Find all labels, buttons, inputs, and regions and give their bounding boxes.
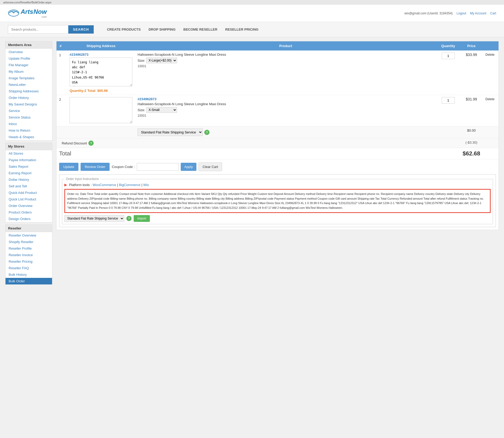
instructions-legend: Order Input Instructions bbox=[64, 177, 100, 181]
sidebar-item-reseller-overview[interactable]: Reseller Overview bbox=[5, 232, 52, 239]
update-button[interactable]: Update bbox=[59, 163, 78, 171]
sidebar-item-reseller-profile[interactable]: Reseller Profile bbox=[5, 245, 52, 252]
delete-button-1[interactable]: Delete bbox=[485, 53, 495, 57]
apply-button[interactable]: Apply bbox=[181, 163, 197, 171]
my-account-link[interactable]: My Account bbox=[470, 12, 486, 15]
instructions-box: Order Input Instructions ▶ Platform tool… bbox=[59, 174, 496, 227]
sidebar-item-image-templates[interactable]: Image Templates bbox=[5, 75, 52, 81]
sidebar-item-quick-add-product[interactable]: Quick Add Product bbox=[5, 189, 52, 196]
shipping-help-icon[interactable]: ? bbox=[204, 130, 209, 135]
sidebar-item-bulk-history[interactable]: Bulk History bbox=[5, 271, 52, 278]
review-order-button[interactable]: Review Order bbox=[81, 163, 110, 171]
col-header-qty: Quantity bbox=[437, 41, 460, 50]
qty-input-2[interactable] bbox=[442, 97, 455, 104]
sidebar-item-order-overview[interactable]: Order Overview bbox=[5, 203, 52, 209]
sidebar-item-order-history[interactable]: Order History bbox=[5, 94, 52, 101]
sidebar: Members Area Overview Update Profile Fil… bbox=[5, 41, 52, 287]
sidebar-item-newsletter[interactable]: NewsLetter bbox=[5, 81, 52, 88]
logo-arts: Arts bbox=[21, 8, 33, 15]
sidebar-item-file-manager[interactable]: File Manager bbox=[5, 62, 52, 68]
sidebar-item-all-stores[interactable]: All Stores bbox=[5, 150, 52, 157]
sidebar-item-service[interactable]: Service bbox=[5, 108, 52, 114]
nav-reseller-pricing[interactable]: RESELLER PRICING bbox=[225, 27, 258, 31]
total-amount: $62.68 bbox=[460, 148, 483, 159]
sidebar-item-service-status[interactable]: Service Status bbox=[5, 114, 52, 121]
bottom-bar: Standard Flat Rate Shipping Service ? Im… bbox=[64, 215, 491, 222]
sidebar-item-product-orders[interactable]: Product Orders bbox=[5, 209, 52, 216]
quantity-total: Quantity:2 Total: $65.98 bbox=[70, 89, 132, 93]
wix-link[interactable]: Wix bbox=[143, 183, 149, 187]
sidebar-reseller-title: Reseller bbox=[5, 225, 52, 232]
order-num-2[interactable]: #234962873 bbox=[138, 97, 434, 101]
sidebar-item-reseller-pricing[interactable]: Reseller Pricing bbox=[5, 258, 52, 265]
bottom-help-icon[interactable]: ? bbox=[126, 216, 132, 221]
row1-product-cell: Halloween-Scrapbook-N Long Sleeve Longli… bbox=[135, 50, 437, 95]
address-input-2[interactable] bbox=[70, 97, 132, 123]
woocommerce-link[interactable]: WooCommerce bbox=[93, 183, 116, 187]
sidebar-item-heads-shapes[interactable]: Heads & Shapes bbox=[5, 134, 52, 140]
cart-link[interactable]: Cart bbox=[490, 12, 496, 15]
logout-link[interactable]: Logout bbox=[457, 12, 466, 15]
sidebar-item-my-album[interactable]: My Album bbox=[5, 68, 52, 75]
qty-input-1[interactable] bbox=[442, 53, 455, 59]
search-input-wrap: SEARCH bbox=[8, 25, 94, 34]
header: Arts Now .com wix@gmail.com (UserId: 319… bbox=[0, 5, 504, 22]
total-row: Total $62.68 bbox=[56, 148, 499, 159]
coupon-label: Coupon Code : bbox=[112, 165, 134, 169]
col-header-action bbox=[483, 41, 499, 50]
search-input[interactable] bbox=[8, 25, 68, 33]
sidebar-item-how-to-return[interactable]: How to Return bbox=[5, 127, 52, 134]
sidebar-item-reseller-invoice[interactable]: Reseller Invoice bbox=[5, 252, 52, 258]
row2-qty-cell bbox=[437, 95, 460, 126]
row2-delete: Delete bbox=[483, 95, 499, 126]
sidebar-item-sales-report[interactable]: Sales Report bbox=[5, 163, 52, 170]
sidebar-item-reseller-faq[interactable]: Reseller FAQ bbox=[5, 265, 52, 271]
sidebar-item-design-orders[interactable]: Design Orders bbox=[5, 216, 52, 222]
size-select-1[interactable]: X-Large(+$2.00) X-Small Small Medium Lar… bbox=[146, 58, 177, 63]
refund-help-icon[interactable]: ? bbox=[88, 141, 94, 146]
sidebar-item-inbox[interactable]: Inbox bbox=[5, 121, 52, 127]
row2-price: $31.99 bbox=[460, 95, 483, 126]
clear-cart-button[interactable]: Clear Cart bbox=[199, 162, 222, 171]
sidebar-item-overview[interactable]: Overview bbox=[5, 49, 52, 55]
nav-become-reseller[interactable]: BECOME RESELLER bbox=[183, 27, 217, 31]
total-label: Total bbox=[59, 150, 71, 157]
sidebar-item-payee-info[interactable]: Payee Information bbox=[5, 157, 52, 163]
sidebar-item-quick-list-product[interactable]: Quick List Product bbox=[5, 196, 52, 203]
sidebar-item-shipping-addresses[interactable]: Shipping Addresses bbox=[5, 88, 52, 94]
search-bar: SEARCH CREATE PRODUCTS DROP SHIPPING BEC… bbox=[0, 22, 504, 37]
row2-address-cell bbox=[67, 95, 135, 126]
action-row: Update Review Order Coupon Code : Apply … bbox=[56, 159, 499, 174]
instructions-fieldset: Order Input Instructions ▶ Platform tool… bbox=[62, 177, 493, 224]
bigcommerce-link[interactable]: BigCommerce bbox=[119, 183, 140, 187]
sidebar-item-bulk-order[interactable]: Bulk Order bbox=[5, 278, 52, 284]
row1-price: $33.99 bbox=[460, 50, 483, 95]
nav-drop-shipping[interactable]: DROP SHIPPING bbox=[149, 27, 175, 31]
product-id-2: 10001 bbox=[138, 114, 434, 117]
row1-delete: Delete bbox=[483, 50, 499, 95]
address-input-1[interactable]: Fu liang liang abc def 123#-2-1 Lihue,US… bbox=[70, 58, 132, 86]
size-select-2[interactable]: X-Small X-Large(+$2.00) Small Medium Lar… bbox=[146, 107, 177, 113]
sidebar-item-shopify-reseller[interactable]: Shopify Reseller bbox=[5, 239, 52, 245]
shipping-select[interactable]: Standard Flat Rate Shipping Service bbox=[138, 128, 203, 136]
sidebar-item-sell-and-tell[interactable]: Sell and Tell bbox=[5, 183, 52, 189]
platform-label: Platform tools : bbox=[69, 183, 92, 187]
import-button[interactable]: Import bbox=[134, 215, 150, 222]
search-button[interactable]: SEARCH bbox=[68, 25, 94, 33]
browser-url-bar: .artsnow.com/Reseller/BulkOrder.aspx bbox=[0, 0, 504, 5]
sidebar-item-update-profile[interactable]: Update Profile bbox=[5, 55, 52, 62]
nav-create-products[interactable]: CREATE PRODUCTS bbox=[107, 27, 141, 31]
sidebar-item-dollar-history[interactable]: Dollar History bbox=[5, 176, 52, 183]
logo: Arts Now .com bbox=[8, 7, 47, 19]
table-row: 1 #234962873 Fu liang liang abc def 123#… bbox=[56, 50, 499, 95]
delete-button-2[interactable]: Delete bbox=[485, 97, 495, 101]
row2-product-cell: #234962873 Halloween-Scrapbook-N Long Sl… bbox=[135, 95, 437, 126]
coupon-input[interactable] bbox=[137, 163, 179, 171]
row1-num: 1 bbox=[56, 50, 67, 95]
sidebar-item-my-saved-designs[interactable]: My Saved Designs bbox=[5, 101, 52, 108]
order-num-1[interactable]: #234962873 bbox=[70, 53, 132, 57]
shipping-select-bottom[interactable]: Standard Flat Rate Shipping Service bbox=[64, 215, 124, 222]
table-row: 2 #234962873 Halloween-Scrapbook-N Long … bbox=[56, 95, 499, 126]
product-id-1: 10001 bbox=[138, 64, 434, 68]
sidebar-item-earning-report[interactable]: Earning Report bbox=[5, 170, 52, 176]
